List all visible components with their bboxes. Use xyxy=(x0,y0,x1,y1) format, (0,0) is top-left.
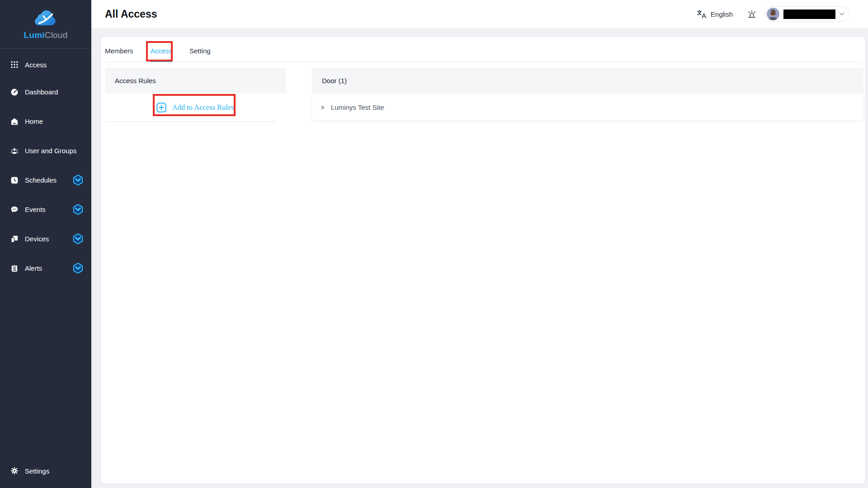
gear-icon xyxy=(10,466,19,475)
sidebar-item-label: Dashboard xyxy=(25,88,84,96)
sidebar-item-label: Access xyxy=(25,61,84,69)
alarm-button[interactable] xyxy=(745,7,759,21)
shield-badge-icon xyxy=(72,203,84,216)
sidebar-item-dashboard[interactable]: Dashboard xyxy=(0,77,91,107)
tab-label: Members xyxy=(105,47,133,55)
users-icon xyxy=(10,146,19,155)
top-bar-controls: English xyxy=(696,6,849,22)
sidebar-item-settings[interactable]: Settings xyxy=(0,460,91,482)
shield-badge-icon xyxy=(72,262,84,274)
shield-badge-icon xyxy=(72,233,84,245)
brand-logo[interactable]: LumiCloud xyxy=(0,0,91,49)
user-menu[interactable] xyxy=(765,6,849,22)
sidebar-item-label: Settings xyxy=(25,467,84,475)
sidebar: LumiCloud Access Dashboard Home User and… xyxy=(0,0,91,488)
language-switcher[interactable]: English xyxy=(696,9,733,19)
language-label: English xyxy=(711,10,733,18)
sidebar-item-devices[interactable]: Devices xyxy=(0,224,91,253)
sidebar-item-access[interactable]: Access xyxy=(0,52,91,77)
cloud-logo-icon xyxy=(32,9,60,28)
sidebar-item-user-and-groups[interactable]: User and Groups xyxy=(0,136,91,165)
gauge-icon xyxy=(10,88,19,97)
brand-name: LumiCloud xyxy=(24,30,68,40)
door-panel-header: Door (1) xyxy=(312,68,863,93)
sidebar-item-label: Devices xyxy=(25,235,72,243)
tab-members[interactable]: Members xyxy=(105,47,133,62)
access-rules-panel: Access Rules Add to Access Rules xyxy=(105,68,286,122)
tab-label: Setting xyxy=(189,47,211,55)
door-tree: Luminys Test Site xyxy=(312,94,863,120)
page-title: All Access xyxy=(105,8,157,20)
main-content-card: Members Access Setting Access Rules Add xyxy=(101,37,865,483)
home-icon xyxy=(10,117,19,126)
sidebar-item-label: Schedules xyxy=(25,176,72,184)
clock-icon xyxy=(10,176,19,185)
sidebar-item-label: Home xyxy=(25,117,84,125)
shield-badge-icon xyxy=(72,174,84,186)
access-rules-title: Access Rules xyxy=(115,77,156,84)
alarm-icon xyxy=(746,9,757,19)
panels-row: Access Rules Add to Access Rules Door (1… xyxy=(101,68,865,122)
sidebar-item-label: Alerts xyxy=(25,264,72,272)
top-bar: All Access English xyxy=(91,0,868,28)
clipboard-icon xyxy=(10,264,19,273)
redacted-user-name xyxy=(783,9,835,19)
tree-row-site-luminys-test-site[interactable]: Luminys Test Site xyxy=(312,94,863,120)
avatar xyxy=(767,8,779,20)
tab-label: Access xyxy=(151,47,172,55)
access-rules-header: Access Rules xyxy=(105,68,286,93)
add-access-rules-row: Add to Access Rules xyxy=(105,93,286,122)
expand-caret-icon[interactable] xyxy=(321,105,325,110)
devices-icon xyxy=(10,235,19,244)
chat-icon xyxy=(10,205,19,214)
door-panel: Door (1) Luminys Test Site xyxy=(312,68,863,122)
sidebar-nav: Access Dashboard Home User and Groups Sc… xyxy=(0,49,91,283)
add-to-access-rules-button[interactable]: Add to Access Rules xyxy=(156,103,234,113)
tab-setting[interactable]: Setting xyxy=(189,47,211,62)
sidebar-item-schedules[interactable]: Schedules xyxy=(0,165,91,195)
sidebar-item-alerts[interactable]: Alerts xyxy=(0,253,91,283)
add-button-label: Add to Access Rules xyxy=(172,103,234,112)
door-panel-title: Door (1) xyxy=(322,77,347,84)
sidebar-item-home[interactable]: Home xyxy=(0,107,91,136)
translate-icon xyxy=(696,9,707,19)
tab-access[interactable]: Access xyxy=(151,47,172,62)
sidebar-item-label: Events xyxy=(25,206,72,213)
chevron-down-icon xyxy=(839,12,844,16)
plus-icon xyxy=(156,103,166,113)
tree-row-label: Luminys Test Site xyxy=(331,103,384,111)
tab-bar: Members Access Setting xyxy=(105,37,861,62)
sidebar-item-events[interactable]: Events xyxy=(0,195,91,224)
sidebar-item-label: User and Groups xyxy=(25,147,84,155)
grid-icon xyxy=(10,60,19,69)
